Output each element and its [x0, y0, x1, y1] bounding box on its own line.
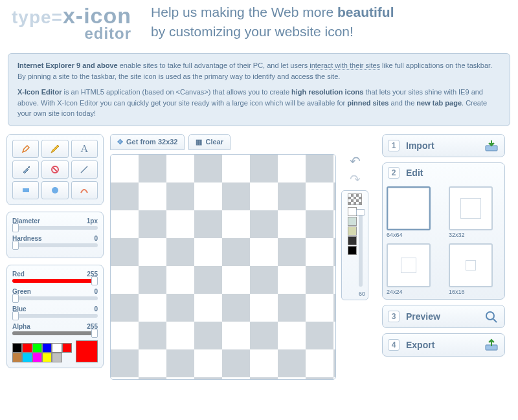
opacity-color[interactable] — [348, 227, 357, 236]
diameter-slider[interactable] — [12, 226, 98, 230]
tool-text[interactable]: A — [71, 140, 98, 158]
tool-palette: A — [6, 134, 104, 205]
color-swatch[interactable] — [42, 353, 52, 362]
svg-line-6 — [493, 319, 497, 322]
current-color — [76, 340, 98, 362]
tool-eraser[interactable] — [41, 160, 68, 179]
opacity-color[interactable] — [348, 246, 357, 255]
tool-brush[interactable] — [12, 140, 39, 158]
size-thumb-24x24[interactable]: 24x24 — [387, 243, 438, 295]
color-swatch[interactable] — [12, 343, 22, 353]
color-swatch[interactable] — [52, 353, 62, 362]
color-swatch[interactable] — [42, 343, 52, 353]
color-swatch[interactable] — [22, 343, 32, 353]
color-swatch[interactable] — [22, 353, 32, 362]
alpha-slider[interactable] — [12, 331, 98, 335]
redo-button[interactable]: ↷ — [346, 172, 364, 186]
opacity-color[interactable] — [348, 236, 357, 245]
logo: type=x-icon editor — [12, 3, 131, 43]
clear-button[interactable]: ▦ Clear — [188, 134, 231, 150]
opacity-panel: 60 — [341, 190, 368, 300]
info-box: Internet Explorer 9 and above enable sit… — [8, 53, 510, 126]
tool-line[interactable] — [71, 160, 98, 179]
svg-rect-2 — [23, 188, 29, 192]
color-swatch[interactable] — [52, 343, 62, 353]
interact-link[interactable]: interact with their sites — [310, 61, 380, 70]
red-slider[interactable] — [12, 279, 98, 283]
pixel-canvas[interactable] — [110, 154, 336, 380]
get-from-button[interactable]: ✥ Get from 32x32 — [110, 134, 185, 150]
tool-pencil[interactable] — [41, 140, 68, 158]
import-icon — [484, 138, 499, 153]
tagline: Help us making the Web more beautiful by… — [151, 3, 394, 43]
green-slider[interactable] — [12, 296, 98, 300]
color-settings: Red255 Green0 Blue0 Alpha255 — [6, 265, 104, 368]
opacity-color[interactable] — [348, 217, 357, 226]
preview-icon — [484, 309, 499, 324]
step-export[interactable]: 4 Export — [382, 333, 505, 357]
size-thumb-64x64[interactable]: 64x64 — [387, 186, 438, 238]
tool-eyedropper[interactable] — [12, 160, 39, 179]
tool-rectangle[interactable] — [12, 181, 39, 199]
transparency-icon — [348, 193, 362, 205]
size-thumb-16x16[interactable]: 16x16 — [449, 243, 501, 295]
hardness-value: 0 — [94, 235, 98, 242]
checker-icon: ▦ — [196, 138, 202, 146]
color-swatch[interactable] — [32, 343, 42, 353]
opacity-slider[interactable] — [359, 209, 363, 287]
brush-settings: Diameter1px Hardness0 — [6, 212, 104, 258]
opacity-color[interactable] — [348, 207, 357, 216]
tool-curve[interactable] — [71, 181, 98, 199]
undo-button[interactable]: ↶ — [346, 154, 364, 168]
expand-icon: ✥ — [117, 138, 123, 146]
color-swatch[interactable] — [12, 353, 22, 362]
svg-line-1 — [81, 166, 87, 173]
header: type=x-icon editor Help us making the We… — [0, 0, 518, 45]
svg-point-5 — [486, 312, 494, 320]
step-preview[interactable]: 3 Preview — [382, 305, 505, 328]
color-swatch[interactable] — [32, 353, 42, 362]
tool-circle[interactable] — [41, 181, 68, 199]
opacity-value: 60 — [359, 291, 365, 297]
svg-point-3 — [52, 187, 58, 193]
hardness-slider[interactable] — [12, 243, 98, 247]
step-import[interactable]: 1 Import — [382, 134, 505, 157]
diameter-value: 1px — [87, 217, 98, 225]
export-icon — [484, 338, 499, 352]
color-swatch[interactable] — [62, 343, 72, 353]
blue-slider[interactable] — [12, 314, 98, 318]
size-thumb-32x32[interactable]: 32x32 — [449, 186, 501, 238]
step-edit: 2 Edit 64x6432x3224x2416x16 — [382, 162, 505, 300]
